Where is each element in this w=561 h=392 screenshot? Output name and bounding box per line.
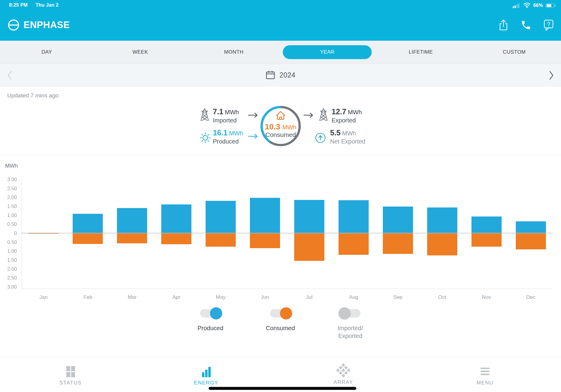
sun-icon	[199, 131, 212, 144]
x-axis-label-aug: Aug	[342, 294, 366, 300]
bar-consumed-apr[interactable]	[161, 233, 191, 244]
bar-produced-may[interactable]	[206, 201, 236, 233]
menu-icon	[478, 365, 492, 378]
y-axis-line	[21, 178, 22, 289]
bar-consumed-nov[interactable]	[471, 233, 502, 247]
imported-exported-toggle-switch[interactable]	[340, 309, 361, 318]
period-tab-bar: DAY WEEK MONTH YEAR LIFETIME CUSTOM	[0, 41, 561, 64]
consumed-toggle-switch[interactable]	[270, 309, 291, 318]
date-display[interactable]: 2024	[0, 64, 561, 86]
x-axis-label-feb: Feb	[76, 294, 100, 300]
consumed-toggle-label: Consumed	[250, 324, 310, 332]
bar-consumed-may[interactable]	[206, 233, 236, 247]
bar-consumed-dec[interactable]	[516, 233, 546, 249]
y-axis-tick: 2.50	[2, 185, 17, 191]
bar-consumed-oct[interactable]	[427, 233, 457, 255]
imported-exported-toggle: Imported/Exported	[320, 309, 380, 340]
bar-consumed-sep[interactable]	[383, 233, 413, 254]
bar-produced-aug[interactable]	[339, 200, 369, 233]
y-axis-tick: 1.50	[2, 203, 17, 209]
bar-consumed-aug[interactable]	[339, 233, 369, 255]
home-indicator[interactable]	[209, 387, 356, 390]
bar-produced-dec[interactable]	[516, 221, 546, 233]
imported-label: Imported	[213, 117, 239, 124]
bar-consumed-jul[interactable]	[294, 233, 324, 261]
produced-value: 16.1	[213, 128, 228, 137]
tab-lifetime[interactable]: LIFETIME	[374, 41, 468, 64]
y-axis-tick: 1.00	[2, 212, 17, 218]
bar-produced-nov[interactable]	[471, 217, 502, 233]
tab-custom[interactable]: CUSTOM	[468, 41, 561, 64]
bar-produced-oct[interactable]	[427, 207, 457, 233]
calendar-icon	[266, 70, 275, 80]
y-axis-tick: 3.00	[2, 176, 17, 182]
bottom-nav-divider	[0, 356, 561, 356]
status-grid-icon	[64, 365, 77, 378]
toggle-knob[interactable]	[210, 307, 222, 319]
exported-value: 12.7	[332, 107, 346, 116]
enphase-logo-icon	[7, 19, 20, 31]
consumed-label: Consumed	[260, 131, 302, 138]
exported-label: Exported	[332, 117, 362, 124]
toggle-knob[interactable]	[339, 307, 351, 319]
grid-tower-icon	[317, 107, 330, 121]
produced-label: Produced	[213, 138, 243, 145]
y-axis-tick: 0	[2, 230, 17, 236]
imported-value: 7.1	[213, 107, 223, 116]
zero-gridline	[21, 233, 553, 233]
bar-produced-sep[interactable]	[383, 207, 413, 233]
flow-arrow-icon	[248, 112, 258, 118]
array-panels-icon	[336, 363, 351, 378]
tab-month[interactable]: MONTH	[187, 41, 280, 64]
produced-toggle-switch[interactable]	[200, 309, 221, 318]
bar-produced-feb[interactable]	[73, 214, 103, 233]
x-axis-label-apr: Apr	[164, 294, 188, 300]
y-axis-tick: 1.50	[2, 257, 17, 263]
grid-tower-icon	[198, 107, 211, 121]
toggle-knob[interactable]	[280, 307, 292, 319]
y-axis-tick: 2.50	[2, 275, 17, 281]
svg-text:?: ?	[547, 21, 550, 27]
bar-consumed-feb[interactable]	[73, 233, 103, 244]
last-updated-text: Updated 7 mins ago	[7, 92, 58, 99]
bar-produced-mar[interactable]	[117, 208, 147, 233]
nav-menu[interactable]: MENU	[461, 364, 509, 386]
y-axis-tick: 0.50	[2, 239, 17, 245]
help-icon[interactable]: ?	[543, 19, 554, 31]
bar-consumed-mar[interactable]	[117, 233, 147, 243]
phone-icon[interactable]	[521, 20, 531, 30]
nav-energy[interactable]: ENERGY	[182, 364, 230, 386]
bar-consumed-jun[interactable]	[250, 233, 280, 248]
app-header: 8:25 PMThu Jan 2 66%	[0, 0, 561, 41]
tab-week[interactable]: WEEK	[93, 41, 187, 64]
tab-year[interactable]: YEAR	[281, 41, 374, 64]
net-exported-value: 5.5	[330, 128, 341, 137]
tab-day[interactable]: DAY	[0, 41, 93, 64]
bar-produced-jul[interactable]	[294, 200, 324, 233]
nav-array[interactable]: ARRAY	[319, 363, 367, 385]
consumed-toggle: Consumed	[250, 309, 310, 332]
x-axis-labels: JanFebMarAprMayJunJulAugSepOctNovDec	[21, 294, 553, 302]
x-axis-label-jul: Jul	[297, 294, 321, 300]
status-date: Thu Jan 2	[36, 2, 58, 8]
next-year-chevron-icon[interactable]	[548, 71, 554, 80]
status-time: 8:25 PMThu Jan 2	[9, 2, 66, 8]
bar-produced-jun[interactable]	[250, 198, 280, 233]
date-navigation: 2024	[0, 64, 561, 87]
y-axis-tick: 0.50	[2, 221, 17, 227]
x-axis-label-sep: Sep	[386, 294, 410, 300]
energy-bars-icon	[200, 365, 213, 378]
status-bar: 8:25 PMThu Jan 2 66%	[0, 0, 561, 11]
share-icon[interactable]	[498, 19, 509, 31]
bar-produced-apr[interactable]	[161, 204, 191, 233]
house-icon	[274, 110, 287, 122]
x-axis-label-jan: Jan	[31, 294, 55, 300]
brand-name: ENPHASE	[24, 20, 70, 30]
consumed-value: 10.3 MWh	[260, 122, 302, 131]
x-axis-label-may: May	[209, 294, 233, 300]
x-axis-line	[21, 289, 553, 289]
net-exported-summary: 5.5MWh Net Exported	[330, 128, 365, 145]
flow-arrow-icon	[303, 112, 314, 118]
enphase-app: 8:25 PMThu Jan 2 66%	[0, 0, 561, 392]
nav-status[interactable]: STATUS	[46, 364, 95, 386]
